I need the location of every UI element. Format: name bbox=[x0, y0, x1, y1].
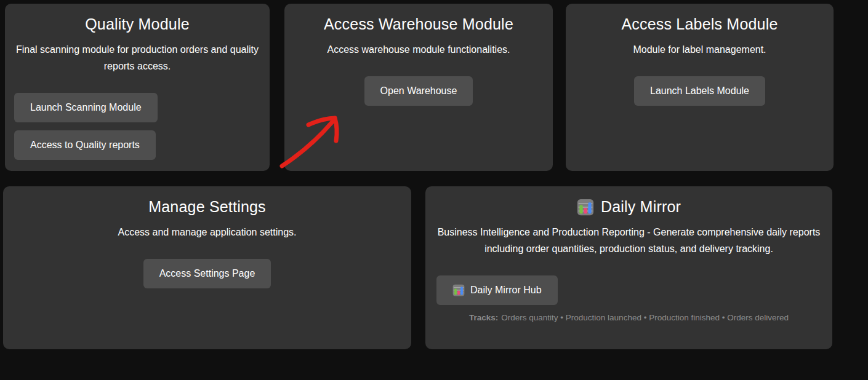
button-label: Launch Scanning Module bbox=[30, 100, 142, 115]
daily-mirror-hub-button[interactable]: Daily Mirror Hub bbox=[436, 275, 558, 305]
card-description: Access and manage application settings. bbox=[84, 224, 331, 240]
card-title: Access Labels Module bbox=[566, 15, 834, 33]
tracks-label: Tracks: bbox=[469, 313, 498, 322]
tracks-summary: Tracks:Orders quantity • Production laun… bbox=[425, 313, 832, 322]
open-warehouse-button[interactable]: Open Warehouse bbox=[364, 76, 473, 106]
button-label: Open Warehouse bbox=[380, 84, 457, 98]
button-label: Access Settings Page bbox=[159, 266, 255, 281]
card-quality-module: Quality Module Final scanning module for… bbox=[5, 4, 270, 171]
card-manage-settings: Manage Settings Access and manage applic… bbox=[3, 186, 411, 349]
button-label: Launch Labels Module bbox=[650, 84, 749, 98]
card-title: Access Warehouse Module bbox=[284, 15, 553, 33]
daily-mirror-button-row: Daily Mirror Hub bbox=[436, 275, 832, 305]
quality-buttons: Launch Scanning Module Access to Quality… bbox=[14, 93, 270, 160]
button-label: Access to Quality reports bbox=[30, 138, 140, 152]
card-warehouse-module: Access Warehouse Module Access warehouse… bbox=[284, 4, 553, 171]
bar-chart-icon bbox=[452, 284, 465, 296]
card-description: Final scanning module for production ord… bbox=[14, 41, 261, 74]
launch-scanning-module-button[interactable]: Launch Scanning Module bbox=[14, 93, 158, 122]
card-description: Access warehouse module functionalities. bbox=[295, 41, 542, 58]
card-title: Daily Mirror bbox=[601, 198, 681, 216]
card-daily-mirror: Daily Mirror Business Intelligence and P… bbox=[425, 186, 832, 349]
button-label: Daily Mirror Hub bbox=[470, 283, 542, 298]
card-description: Module for label management. bbox=[576, 41, 824, 58]
bar-chart-icon bbox=[577, 199, 594, 216]
access-settings-page-button[interactable]: Access Settings Page bbox=[143, 259, 271, 288]
tracks-text: Orders quantity • Production launched • … bbox=[501, 313, 789, 322]
launch-labels-module-button[interactable]: Launch Labels Module bbox=[634, 76, 765, 106]
card-title-row: Daily Mirror bbox=[425, 198, 832, 216]
card-description: Business Intelligence and Production Rep… bbox=[436, 224, 821, 257]
card-title: Quality Module bbox=[5, 15, 270, 33]
card-labels-module: Access Labels Module Module for label ma… bbox=[566, 4, 834, 171]
card-title: Manage Settings bbox=[3, 198, 411, 216]
access-quality-reports-button[interactable]: Access to Quality reports bbox=[14, 130, 156, 160]
module-dashboard: Quality Module Final scanning module for… bbox=[0, 0, 868, 380]
